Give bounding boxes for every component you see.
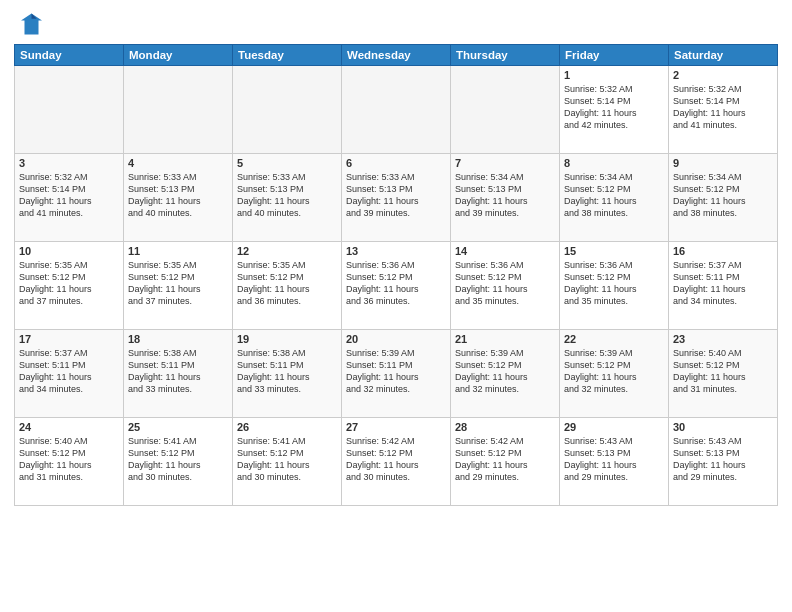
day-number: 29: [564, 421, 664, 433]
day-number: 18: [128, 333, 228, 345]
day-number: 1: [564, 69, 664, 81]
day-number: 4: [128, 157, 228, 169]
day-info: Sunrise: 5:39 AM Sunset: 5:11 PM Dayligh…: [346, 347, 446, 396]
day-info: Sunrise: 5:34 AM Sunset: 5:13 PM Dayligh…: [455, 171, 555, 220]
day-number: 11: [128, 245, 228, 257]
calendar: SundayMondayTuesdayWednesdayThursdayFrid…: [14, 44, 778, 506]
calendar-cell: 8Sunrise: 5:34 AM Sunset: 5:12 PM Daylig…: [560, 154, 669, 242]
day-number: 10: [19, 245, 119, 257]
calendar-cell: [124, 66, 233, 154]
day-info: Sunrise: 5:33 AM Sunset: 5:13 PM Dayligh…: [128, 171, 228, 220]
calendar-cell: 9Sunrise: 5:34 AM Sunset: 5:12 PM Daylig…: [669, 154, 778, 242]
calendar-cell: 25Sunrise: 5:41 AM Sunset: 5:12 PM Dayli…: [124, 418, 233, 506]
day-info: Sunrise: 5:33 AM Sunset: 5:13 PM Dayligh…: [346, 171, 446, 220]
day-info: Sunrise: 5:32 AM Sunset: 5:14 PM Dayligh…: [564, 83, 664, 132]
calendar-cell: 17Sunrise: 5:37 AM Sunset: 5:11 PM Dayli…: [15, 330, 124, 418]
calendar-week-row: 1Sunrise: 5:32 AM Sunset: 5:14 PM Daylig…: [15, 66, 778, 154]
calendar-week-row: 17Sunrise: 5:37 AM Sunset: 5:11 PM Dayli…: [15, 330, 778, 418]
day-info: Sunrise: 5:33 AM Sunset: 5:13 PM Dayligh…: [237, 171, 337, 220]
weekday-header: Wednesday: [342, 45, 451, 66]
calendar-cell: 1Sunrise: 5:32 AM Sunset: 5:14 PM Daylig…: [560, 66, 669, 154]
weekday-row: SundayMondayTuesdayWednesdayThursdayFrid…: [15, 45, 778, 66]
calendar-cell: 21Sunrise: 5:39 AM Sunset: 5:12 PM Dayli…: [451, 330, 560, 418]
calendar-cell: 18Sunrise: 5:38 AM Sunset: 5:11 PM Dayli…: [124, 330, 233, 418]
day-number: 23: [673, 333, 773, 345]
calendar-cell: 27Sunrise: 5:42 AM Sunset: 5:12 PM Dayli…: [342, 418, 451, 506]
day-info: Sunrise: 5:32 AM Sunset: 5:14 PM Dayligh…: [19, 171, 119, 220]
day-info: Sunrise: 5:39 AM Sunset: 5:12 PM Dayligh…: [564, 347, 664, 396]
weekday-header: Tuesday: [233, 45, 342, 66]
day-info: Sunrise: 5:36 AM Sunset: 5:12 PM Dayligh…: [455, 259, 555, 308]
day-number: 27: [346, 421, 446, 433]
calendar-cell: 11Sunrise: 5:35 AM Sunset: 5:12 PM Dayli…: [124, 242, 233, 330]
day-number: 7: [455, 157, 555, 169]
day-number: 15: [564, 245, 664, 257]
day-number: 16: [673, 245, 773, 257]
day-info: Sunrise: 5:40 AM Sunset: 5:12 PM Dayligh…: [673, 347, 773, 396]
calendar-cell: 23Sunrise: 5:40 AM Sunset: 5:12 PM Dayli…: [669, 330, 778, 418]
calendar-cell: 6Sunrise: 5:33 AM Sunset: 5:13 PM Daylig…: [342, 154, 451, 242]
day-info: Sunrise: 5:36 AM Sunset: 5:12 PM Dayligh…: [346, 259, 446, 308]
calendar-cell: 19Sunrise: 5:38 AM Sunset: 5:11 PM Dayli…: [233, 330, 342, 418]
calendar-cell: 30Sunrise: 5:43 AM Sunset: 5:13 PM Dayli…: [669, 418, 778, 506]
day-number: 2: [673, 69, 773, 81]
calendar-cell: 2Sunrise: 5:32 AM Sunset: 5:14 PM Daylig…: [669, 66, 778, 154]
day-info: Sunrise: 5:41 AM Sunset: 5:12 PM Dayligh…: [128, 435, 228, 484]
day-info: Sunrise: 5:39 AM Sunset: 5:12 PM Dayligh…: [455, 347, 555, 396]
day-info: Sunrise: 5:38 AM Sunset: 5:11 PM Dayligh…: [128, 347, 228, 396]
day-number: 19: [237, 333, 337, 345]
calendar-cell: 20Sunrise: 5:39 AM Sunset: 5:11 PM Dayli…: [342, 330, 451, 418]
calendar-cell: 10Sunrise: 5:35 AM Sunset: 5:12 PM Dayli…: [15, 242, 124, 330]
calendar-header: SundayMondayTuesdayWednesdayThursdayFrid…: [15, 45, 778, 66]
calendar-cell: [342, 66, 451, 154]
calendar-cell: 15Sunrise: 5:36 AM Sunset: 5:12 PM Dayli…: [560, 242, 669, 330]
weekday-header: Thursday: [451, 45, 560, 66]
day-info: Sunrise: 5:43 AM Sunset: 5:13 PM Dayligh…: [564, 435, 664, 484]
day-number: 8: [564, 157, 664, 169]
calendar-cell: 12Sunrise: 5:35 AM Sunset: 5:12 PM Dayli…: [233, 242, 342, 330]
weekday-header: Friday: [560, 45, 669, 66]
calendar-cell: 4Sunrise: 5:33 AM Sunset: 5:13 PM Daylig…: [124, 154, 233, 242]
day-number: 9: [673, 157, 773, 169]
day-number: 17: [19, 333, 119, 345]
day-number: 21: [455, 333, 555, 345]
calendar-cell: 24Sunrise: 5:40 AM Sunset: 5:12 PM Dayli…: [15, 418, 124, 506]
day-info: Sunrise: 5:42 AM Sunset: 5:12 PM Dayligh…: [455, 435, 555, 484]
calendar-cell: 22Sunrise: 5:39 AM Sunset: 5:12 PM Dayli…: [560, 330, 669, 418]
calendar-cell: 5Sunrise: 5:33 AM Sunset: 5:13 PM Daylig…: [233, 154, 342, 242]
day-number: 13: [346, 245, 446, 257]
day-info: Sunrise: 5:36 AM Sunset: 5:12 PM Dayligh…: [564, 259, 664, 308]
day-info: Sunrise: 5:32 AM Sunset: 5:14 PM Dayligh…: [673, 83, 773, 132]
day-info: Sunrise: 5:40 AM Sunset: 5:12 PM Dayligh…: [19, 435, 119, 484]
calendar-cell: [451, 66, 560, 154]
calendar-cell: 3Sunrise: 5:32 AM Sunset: 5:14 PM Daylig…: [15, 154, 124, 242]
calendar-cell: 7Sunrise: 5:34 AM Sunset: 5:13 PM Daylig…: [451, 154, 560, 242]
calendar-week-row: 10Sunrise: 5:35 AM Sunset: 5:12 PM Dayli…: [15, 242, 778, 330]
calendar-body: 1Sunrise: 5:32 AM Sunset: 5:14 PM Daylig…: [15, 66, 778, 506]
day-number: 20: [346, 333, 446, 345]
day-info: Sunrise: 5:35 AM Sunset: 5:12 PM Dayligh…: [128, 259, 228, 308]
weekday-header: Monday: [124, 45, 233, 66]
day-info: Sunrise: 5:34 AM Sunset: 5:12 PM Dayligh…: [564, 171, 664, 220]
day-number: 30: [673, 421, 773, 433]
calendar-cell: 16Sunrise: 5:37 AM Sunset: 5:11 PM Dayli…: [669, 242, 778, 330]
day-info: Sunrise: 5:37 AM Sunset: 5:11 PM Dayligh…: [673, 259, 773, 308]
day-number: 22: [564, 333, 664, 345]
page: SundayMondayTuesdayWednesdayThursdayFrid…: [0, 0, 792, 612]
day-number: 25: [128, 421, 228, 433]
calendar-cell: [233, 66, 342, 154]
calendar-cell: 14Sunrise: 5:36 AM Sunset: 5:12 PM Dayli…: [451, 242, 560, 330]
day-info: Sunrise: 5:35 AM Sunset: 5:12 PM Dayligh…: [19, 259, 119, 308]
calendar-week-row: 3Sunrise: 5:32 AM Sunset: 5:14 PM Daylig…: [15, 154, 778, 242]
day-info: Sunrise: 5:43 AM Sunset: 5:13 PM Dayligh…: [673, 435, 773, 484]
day-number: 14: [455, 245, 555, 257]
calendar-cell: 26Sunrise: 5:41 AM Sunset: 5:12 PM Dayli…: [233, 418, 342, 506]
day-number: 6: [346, 157, 446, 169]
day-info: Sunrise: 5:35 AM Sunset: 5:12 PM Dayligh…: [237, 259, 337, 308]
weekday-header: Sunday: [15, 45, 124, 66]
day-number: 5: [237, 157, 337, 169]
weekday-header: Saturday: [669, 45, 778, 66]
logo: [14, 10, 46, 38]
calendar-cell: 13Sunrise: 5:36 AM Sunset: 5:12 PM Dayli…: [342, 242, 451, 330]
calendar-cell: 28Sunrise: 5:42 AM Sunset: 5:12 PM Dayli…: [451, 418, 560, 506]
